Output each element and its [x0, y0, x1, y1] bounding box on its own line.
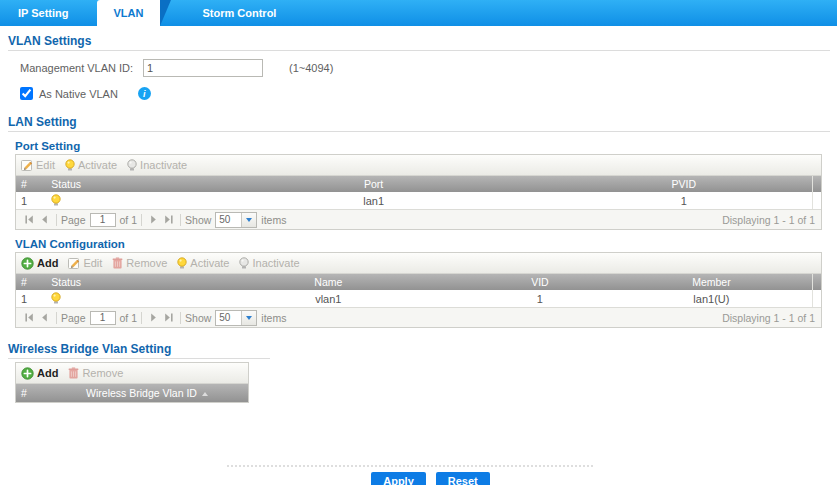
port-setting-pager: Page of 1 Show 50 items Displaying 1 - 1… [16, 209, 821, 229]
management-vlan-row: Management VLAN ID: (1~4094) [20, 58, 822, 77]
show-items-select[interactable]: 50 [215, 212, 257, 228]
column-header-member: Member [610, 274, 813, 290]
remove-button[interactable]: Remove [112, 257, 167, 269]
pager-separator [180, 312, 181, 324]
activate-button[interactable]: Activate [65, 159, 117, 172]
show-label: Show [185, 214, 211, 226]
edit-icon [68, 257, 80, 269]
page-of-label: of 1 [120, 214, 138, 226]
add-icon [21, 367, 34, 380]
native-vlan-label: As Native VLAN [39, 88, 118, 100]
show-items-value: 50 [216, 214, 241, 225]
management-vlan-input[interactable] [143, 59, 263, 77]
tab-bar: IP Setting VLAN Storm Control [0, 0, 837, 26]
vlan-configuration-toolbar: Add Edit Remove Activate Inactiv [16, 253, 821, 274]
page-label: Page [61, 214, 86, 226]
vlan-configuration-title: VLAN Configuration [15, 238, 822, 250]
prev-page-icon[interactable] [39, 312, 50, 323]
page-number-input[interactable] [90, 311, 116, 325]
section-divider [8, 131, 830, 132]
port-table-header-row: # Status Port PVID [16, 176, 821, 192]
edit-button[interactable]: Edit [68, 257, 102, 269]
footer-divider [227, 465, 593, 467]
tab-ip-setting[interactable]: IP Setting [0, 0, 89, 26]
items-label: items [261, 312, 286, 324]
pager-separator [56, 312, 57, 324]
remove-trash-icon [112, 257, 123, 269]
lan-setting-title: LAN Setting [8, 115, 822, 129]
vlan-range-hint: (1~4094) [289, 62, 333, 74]
section-divider [8, 50, 830, 51]
row-index: 1 [16, 192, 46, 209]
show-items-select[interactable]: 50 [215, 310, 257, 326]
row-member: lan1(U) [610, 290, 813, 307]
management-vlan-label: Management VLAN ID: [20, 62, 143, 74]
row-status-cell [46, 192, 192, 209]
pager-separator [56, 214, 57, 226]
column-header-filler [813, 274, 821, 290]
items-label: items [261, 214, 286, 226]
wireless-bridge-table: # Wireless Bridge Vlan ID [16, 384, 248, 402]
wireless-bridge-toolbar: Add Remove [16, 363, 248, 384]
remove-button[interactable]: Remove [68, 367, 123, 379]
section-divider [8, 358, 270, 359]
next-page-icon[interactable] [148, 214, 159, 225]
first-page-icon[interactable] [24, 312, 35, 323]
edit-button[interactable]: Edit [21, 159, 55, 171]
column-header-vid: VID [469, 274, 610, 290]
info-icon[interactable]: i [138, 87, 151, 100]
activate-bulb-icon [177, 257, 187, 270]
column-header-wireless-bridge-vlan-id[interactable]: Wireless Bridge Vlan ID [46, 384, 248, 402]
row-name: vlan1 [187, 290, 469, 307]
inactivate-button[interactable]: Inactivate [239, 257, 299, 270]
page-of-label: of 1 [120, 312, 138, 324]
vlan-settings-title: VLAN Settings [8, 34, 822, 48]
column-header-port: Port [192, 176, 555, 192]
sort-ascending-icon [202, 392, 208, 396]
pager-separator [141, 312, 142, 324]
wireless-bridge-group: Add Remove # Wireless Bridge Vlan ID [15, 362, 249, 403]
prev-page-icon[interactable] [39, 214, 50, 225]
page-label: Page [61, 312, 86, 324]
native-vlan-checkbox[interactable] [20, 87, 33, 100]
add-icon [21, 257, 34, 270]
reset-button[interactable]: Reset [436, 472, 490, 485]
dropdown-arrow-icon[interactable] [241, 213, 256, 227]
column-header-status: Status [46, 176, 192, 192]
row-index: 1 [16, 290, 46, 307]
vlan-table-row[interactable]: 1 vlan1 1 lan1(U) [16, 290, 821, 307]
port-setting-title: Port Setting [15, 140, 822, 152]
inactivate-bulb-icon [127, 159, 137, 172]
first-page-icon[interactable] [24, 214, 35, 225]
vlan-configuration-table: # Status Name VID Member 1 vlan1 1 lan1(… [16, 274, 821, 307]
apply-button[interactable]: Apply [371, 472, 426, 485]
last-page-icon[interactable] [163, 214, 174, 225]
add-button[interactable]: Add [21, 367, 58, 380]
add-button[interactable]: Add [21, 257, 58, 270]
dropdown-arrow-icon[interactable] [241, 311, 256, 325]
vlan-configuration-pager: Page of 1 Show 50 items Displaying 1 - 1… [16, 307, 821, 327]
row-vid: 1 [469, 290, 610, 307]
vlan-table-header-row: # Status Name VID Member [16, 274, 821, 290]
tab-storm-control[interactable]: Storm Control [182, 0, 296, 26]
column-header-index: # [16, 176, 46, 192]
inactivate-bulb-icon [239, 257, 249, 270]
status-active-bulb-icon [51, 194, 61, 207]
row-pvid: 1 [555, 192, 813, 209]
status-active-bulb-icon [51, 292, 61, 305]
column-header-status: Status [46, 274, 187, 290]
wireless-bridge-title: Wireless Bridge Vlan Setting [8, 342, 822, 356]
pager-separator [180, 214, 181, 226]
column-header-pvid: PVID [555, 176, 813, 192]
last-page-icon[interactable] [163, 312, 174, 323]
port-setting-toolbar: Edit Activate Inactivate [16, 155, 821, 176]
inactivate-button[interactable]: Inactivate [127, 159, 187, 172]
wireless-bridge-header-row: # Wireless Bridge Vlan ID [16, 384, 248, 402]
tab-vlan[interactable]: VLAN [97, 0, 161, 26]
port-setting-group: Edit Activate Inactivate # Status Port P… [15, 154, 822, 230]
port-table-row[interactable]: 1 lan1 1 [16, 192, 821, 209]
page-number-input[interactable] [90, 213, 116, 227]
native-vlan-row: As Native VLAN i [20, 84, 822, 103]
next-page-icon[interactable] [148, 312, 159, 323]
activate-button[interactable]: Activate [177, 257, 229, 270]
